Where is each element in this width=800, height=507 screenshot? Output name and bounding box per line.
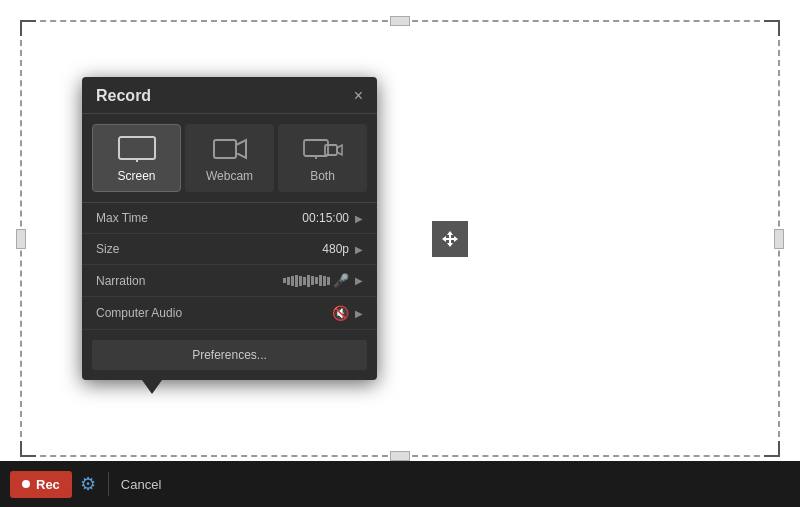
corner-tl: [20, 20, 36, 36]
rec-label: Rec: [36, 477, 60, 492]
screen-icon: [117, 135, 157, 163]
rec-button[interactable]: Rec: [10, 471, 72, 498]
narration-segments: [283, 275, 330, 287]
narration-label: Narration: [96, 274, 206, 288]
size-label: Size: [96, 242, 206, 256]
computer-audio-label: Computer Audio: [96, 306, 206, 320]
dialog-titlebar: Record ×: [82, 77, 377, 114]
move-icon[interactable]: [432, 221, 468, 257]
source-screen[interactable]: Screen: [92, 124, 181, 192]
dialog-title: Record: [96, 87, 151, 105]
narration-bar: 🎤: [283, 273, 349, 288]
handle-bottom[interactable]: [390, 451, 410, 461]
source-both[interactable]: Both: [278, 124, 367, 192]
narration-row[interactable]: Narration: [82, 265, 377, 297]
settings-button[interactable]: ⚙: [72, 467, 104, 501]
svg-marker-5: [236, 140, 246, 158]
speaker-muted-icon: 🔇: [332, 305, 349, 321]
toolbar-separator: [108, 472, 109, 496]
max-time-label: Max Time: [96, 211, 206, 225]
computer-audio-row[interactable]: Computer Audio 🔇 ▶: [82, 297, 377, 330]
canvas-area: Record × Screen: [20, 20, 780, 457]
narration-value: 🎤 ▶: [206, 273, 363, 288]
svg-marker-0: [442, 231, 458, 247]
close-button[interactable]: ×: [354, 88, 363, 104]
webcam-icon: [210, 135, 250, 163]
preferences-button[interactable]: Preferences...: [92, 340, 367, 370]
computer-audio-value: 🔇 ▶: [206, 305, 363, 321]
svg-rect-4: [214, 140, 236, 158]
both-icon: [303, 135, 343, 163]
mic-icon: 🎤: [333, 273, 349, 288]
svg-rect-9: [325, 145, 337, 155]
rec-dot: [22, 480, 30, 488]
corner-br: [764, 441, 780, 457]
record-dialog: Record × Screen: [82, 77, 377, 380]
max-time-row[interactable]: Max Time 00:15:00 ▶: [82, 203, 377, 234]
both-label: Both: [310, 169, 335, 183]
handle-top[interactable]: [390, 16, 410, 26]
max-time-value: 00:15:00 ▶: [206, 211, 363, 225]
size-row[interactable]: Size 480p ▶: [82, 234, 377, 265]
size-arrow: ▶: [355, 244, 363, 255]
corner-bl: [20, 441, 36, 457]
computer-audio-arrow: ▶: [355, 308, 363, 319]
max-time-arrow: ▶: [355, 213, 363, 224]
size-value: 480p ▶: [206, 242, 363, 256]
cancel-button[interactable]: Cancel: [113, 471, 169, 498]
handle-left[interactable]: [16, 229, 26, 249]
bottom-toolbar: Rec ⚙ Cancel: [0, 461, 800, 507]
narration-arrow: ▶: [355, 275, 363, 286]
source-selector: Screen Webcam: [82, 114, 377, 203]
corner-tr: [764, 20, 780, 36]
dialog-tail: [142, 380, 162, 394]
screen-label: Screen: [117, 169, 155, 183]
source-webcam[interactable]: Webcam: [185, 124, 274, 192]
svg-rect-1: [119, 137, 155, 159]
handle-right[interactable]: [774, 229, 784, 249]
webcam-label: Webcam: [206, 169, 253, 183]
